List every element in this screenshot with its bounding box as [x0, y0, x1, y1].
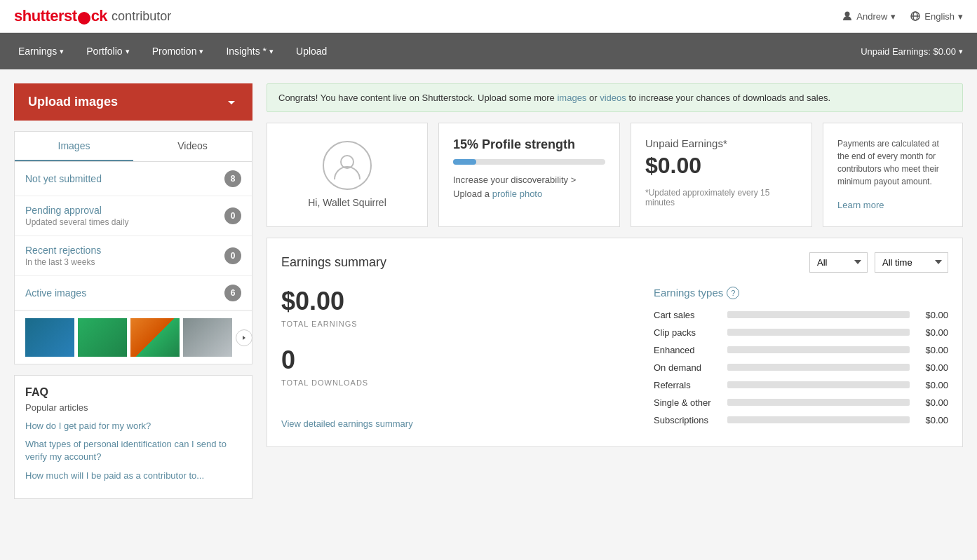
unpaid-earnings-amount: $0.00	[645, 153, 797, 179]
earnings-rows: Cart sales $0.00 Clip packs $0.00 Enhanc…	[654, 310, 948, 425]
active-label: Active images	[25, 287, 224, 299]
earnings-type-label-5: Single & other	[654, 397, 720, 408]
upload-images-button[interactable]: Upload images	[14, 83, 252, 121]
main-nav: Earnings Portfolio Promotion Insights * …	[0, 33, 977, 69]
thumbnails-next-button[interactable]	[236, 329, 252, 346]
earnings-type-value-3: $0.00	[917, 362, 948, 373]
globe-icon	[910, 11, 921, 22]
tabs-header: Images Videos	[15, 132, 252, 162]
pending-count: 0	[224, 207, 241, 224]
total-downloads-value: 0	[281, 346, 633, 375]
payments-note-text: Payments are calculated at the end of ev…	[837, 137, 948, 188]
thumbnail-1[interactable]	[25, 318, 74, 357]
tab-images[interactable]: Images	[15, 132, 133, 161]
user-label: Andrew	[856, 11, 887, 22]
earnings-type-label-2: Enhanced	[654, 345, 720, 355]
user-chevron: ▾	[891, 11, 896, 22]
summary-filters: All Images Videos All time This month La…	[809, 252, 948, 273]
thumbnail-4[interactable]	[183, 318, 232, 357]
filter-time-select[interactable]: All time This month Last month This year	[875, 252, 948, 273]
summary-header: Earnings summary All Images Videos All t…	[281, 252, 948, 273]
content-tabs-container: Images Videos Not yet submitted 8 Pendin…	[14, 131, 252, 364]
nav-upload[interactable]: Upload	[285, 33, 338, 69]
svg-point-0	[845, 12, 850, 17]
payments-note-card: Payments are calculated at the end of ev…	[823, 123, 963, 227]
list-item-rejections[interactable]: Recent rejections In the last 3 weeks 0	[15, 236, 252, 276]
nav-promotion[interactable]: Promotion	[141, 33, 215, 69]
not-submitted-label: Not yet submitted	[25, 173, 224, 184]
not-submitted-count: 8	[224, 170, 241, 187]
faq-section: FAQ Popular articles How do I get paid f…	[14, 375, 252, 499]
earnings-type-label-6: Subscriptions	[654, 415, 720, 425]
earnings-type-label-0: Cart sales	[654, 310, 720, 320]
header-right: Andrew ▾ English ▾	[842, 11, 963, 22]
tab-videos[interactable]: Videos	[133, 132, 252, 161]
learn-more-link[interactable]: Learn more	[837, 198, 948, 212]
congrats-text-before: Congrats! You have content live on Shutt…	[278, 93, 557, 103]
logo-area: shutterstock contributor	[14, 7, 171, 25]
congrats-text-after: to increase your chances of downloads an…	[628, 93, 830, 103]
top-cards-row: Hi, Wallet Squirrel 15% Profile strength…	[267, 123, 963, 227]
faq-link-3[interactable]: How much will I be paid as a contributor…	[25, 470, 241, 482]
left-sidebar: Upload images Images Videos Not yet subm…	[14, 83, 252, 499]
earnings-type-row-0: Cart sales $0.00	[654, 310, 948, 320]
list-item-active[interactable]: Active images 6	[15, 276, 252, 310]
profile-strength-card: 15% Profile strength Increase your disco…	[438, 123, 620, 227]
nav-earnings[interactable]: Earnings	[7, 33, 75, 69]
earnings-summary-section: Earnings summary All Images Videos All t…	[267, 238, 963, 447]
thumbnail-2[interactable]	[78, 318, 127, 357]
thumbnail-3[interactable]	[130, 318, 180, 357]
greeting-text: Hi, Wallet Squirrel	[308, 197, 386, 208]
faq-link-1[interactable]: How do I get paid for my work?	[25, 420, 241, 432]
earnings-type-value-1: $0.00	[917, 327, 948, 338]
profile-photo-link[interactable]: profile photo	[492, 189, 543, 199]
earnings-type-bar-bg-3	[727, 364, 910, 371]
congrats-images-link[interactable]: images	[557, 93, 586, 103]
unpaid-earnings-card: Unpaid Earnings* $0.00 *Updated approxim…	[631, 123, 812, 227]
strength-title: 15% Profile strength	[453, 137, 605, 152]
unpaid-earnings-note: *Updated approximately every 15 minutes	[645, 188, 797, 207]
logo-shutterstock: shutterstock	[14, 7, 107, 25]
earnings-type-row-1: Clip packs $0.00	[654, 327, 948, 338]
rejections-sub: In the last 3 weeks	[25, 257, 224, 267]
profile-card: Hi, Wallet Squirrel	[267, 123, 428, 227]
earnings-type-value-5: $0.00	[917, 397, 948, 408]
main-content: Congrats! You have content live on Shutt…	[267, 83, 963, 499]
filter-type-select[interactable]: All Images Videos	[809, 252, 868, 273]
user-menu[interactable]: Andrew ▾	[842, 11, 896, 22]
nav-unpaid-label: Unpaid Earnings: $0.00	[861, 46, 956, 57]
nav-left: Earnings Portfolio Promotion Insights * …	[7, 33, 338, 69]
earnings-types-title: Earnings types ?	[654, 287, 948, 299]
pending-label: Pending approval	[25, 205, 224, 216]
earnings-type-row-3: On demand $0.00	[654, 362, 948, 373]
summary-right: Earnings types ? Cart sales $0.00 Clip p…	[654, 287, 948, 432]
list-item-pending[interactable]: Pending approval Updated several times d…	[15, 196, 252, 236]
earnings-types-label: Earnings types	[654, 287, 723, 299]
earnings-type-value-6: $0.00	[917, 415, 948, 425]
earnings-type-row-6: Subscriptions $0.00	[654, 415, 948, 425]
strength-progress-bg	[453, 159, 605, 165]
pending-sub: Updated several times daily	[25, 217, 224, 227]
language-menu[interactable]: English ▾	[910, 11, 963, 22]
total-earnings-label: TOTAL EARNINGS	[281, 320, 633, 328]
logo-contributor: contributor	[112, 9, 171, 24]
list-item-not-submitted[interactable]: Not yet submitted 8	[15, 162, 252, 196]
congrats-videos-link[interactable]: videos	[600, 93, 626, 103]
summary-title: Earnings summary	[281, 255, 386, 270]
summary-left: $0.00 TOTAL EARNINGS 0 TOTAL DOWNLOADS V…	[281, 287, 633, 432]
earnings-type-row-2: Enhanced $0.00	[654, 345, 948, 355]
view-detailed-link[interactable]: View detailed earnings summary	[281, 418, 413, 429]
total-downloads-label: TOTAL DOWNLOADS	[281, 378, 633, 387]
earnings-types-help-icon[interactable]: ?	[727, 287, 739, 299]
earnings-type-bar-bg-5	[727, 399, 910, 406]
earnings-type-value-2: $0.00	[917, 345, 948, 355]
active-count: 6	[224, 285, 241, 301]
nav-portfolio[interactable]: Portfolio	[75, 33, 140, 69]
image-thumbnails	[15, 310, 252, 364]
faq-link-2[interactable]: What types of personal identification ca…	[25, 438, 241, 463]
faq-subtitle: Popular articles	[25, 402, 241, 413]
strength-progress-fill	[453, 159, 476, 165]
earnings-type-bar-bg-2	[727, 346, 910, 353]
nav-unpaid-earnings[interactable]: Unpaid Earnings: $0.00	[847, 34, 977, 69]
nav-insights[interactable]: Insights *	[215, 33, 285, 69]
